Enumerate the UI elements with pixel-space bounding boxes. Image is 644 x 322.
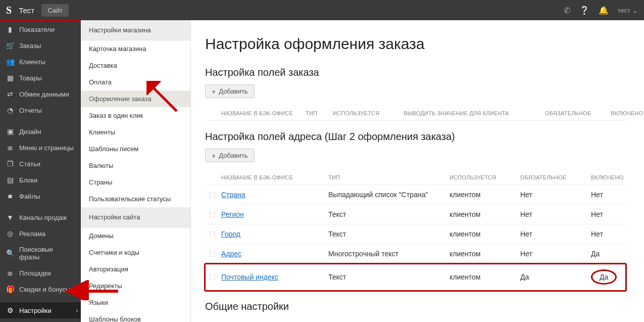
copy-icon: ❐ <box>6 160 14 168</box>
sidebar-item-приложения[interactable]: 🔌Приложения <box>0 318 81 322</box>
sidebar-item-label: Скидки и бонусы <box>19 286 70 293</box>
sidebar-item-каналы-продаж[interactable]: ▼Каналы продаж <box>0 209 81 225</box>
field-enabled: Да <box>591 250 626 258</box>
sidebar-item-площадки[interactable]: ≣Площадки <box>0 265 81 281</box>
page-title: Настройка оформления заказа <box>205 35 626 53</box>
sidebar-item-статьи[interactable]: ❐Статьи <box>0 156 81 172</box>
field-name-link[interactable]: Адрес <box>221 250 241 258</box>
sidebar-item-клиенты[interactable]: 👥Клиенты <box>0 54 81 70</box>
section-address-fields-title: Настройка полей адреса (Шаг 2 оформления… <box>205 131 626 143</box>
drag-handle-icon[interactable]: ⋮⋮ <box>205 273 217 281</box>
sidebar-item-label: Заказы <box>19 42 41 50</box>
field-required: Нет <box>520 230 591 238</box>
sidebar-item-label: Поисковые фразы <box>19 246 75 261</box>
phone-icon[interactable]: ✆ <box>564 6 570 15</box>
chevron-left-icon: ‹ <box>76 308 78 313</box>
site-button[interactable]: Сайт <box>41 4 69 17</box>
field-name-link[interactable]: Страна <box>221 191 245 199</box>
sidebar-item-настройки[interactable]: ⚙Настройки‹ <box>0 302 81 318</box>
chevron-down-icon: ⌄ <box>632 7 638 14</box>
subnav-item[interactable]: Языки <box>81 294 190 311</box>
sidebar-item-меню-и-страницы[interactable]: ≣Меню и страницы <box>0 140 81 156</box>
table-row: ⋮⋮ГородТекстклиентомНетНет <box>205 224 626 244</box>
subnav-item[interactable]: Карточка магазина <box>81 40 190 57</box>
order-fields-table-header: НАЗВАНИЕ В БЭК-ОФИСЕ ТИП ИСПОЛЬЗУЕТСЯ ВЫ… <box>205 106 626 121</box>
drag-handle-icon[interactable]: ⋮⋮ <box>205 231 217 238</box>
field-required: Нет <box>520 210 591 218</box>
boxes-icon: ▦ <box>6 74 14 82</box>
field-enabled: Нет <box>591 230 626 238</box>
subnav-item[interactable]: Заказ в один клик <box>81 107 190 124</box>
sidebar-item-блоки[interactable]: ▤Блоки <box>0 172 81 188</box>
subnav-item[interactable]: Оплата <box>81 74 190 90</box>
target-icon: ◎ <box>6 229 14 238</box>
sidebar-item-label: Реклама <box>19 230 45 238</box>
cart-icon: 🛒 <box>6 41 14 50</box>
sidebar-item-реклама[interactable]: ◎Реклама <box>0 225 81 242</box>
image-icon: ▣ <box>6 127 14 135</box>
field-type: Выпадающий список "Страна" <box>328 191 450 199</box>
sidebar-item-label: Настройки <box>19 307 52 314</box>
subnav-header: Настройки магазина <box>81 20 190 40</box>
bars-icon: ▮ <box>6 25 14 33</box>
list-icon: ≣ <box>6 144 14 152</box>
sidebar-item-отчеты[interactable]: ◔Отчеты <box>0 102 81 118</box>
sidebar-item-label: Меню и страницы <box>19 144 74 152</box>
plus-icon: + <box>212 88 216 95</box>
field-used: клиентом <box>450 273 520 281</box>
sidebar-item-скидки-и-бонусы[interactable]: 🎁Скидки и бонусы <box>0 281 81 297</box>
bell-icon[interactable]: 🔔 <box>599 6 609 15</box>
sidebar-item-обмен-данными[interactable]: ⇄Обмен данными <box>0 86 81 102</box>
field-name-link[interactable]: Регион <box>221 210 244 218</box>
subnav-item[interactable]: Страны <box>81 174 190 191</box>
drag-handle-icon[interactable]: ⋮⋮ <box>205 250 217 257</box>
user-menu[interactable]: тест⌄ <box>618 7 638 14</box>
help-icon[interactable]: ❔ <box>579 6 589 15</box>
section-general-title: Общие настройки <box>205 301 626 312</box>
subnav-item[interactable]: Шаблоны писем <box>81 141 190 157</box>
subnav-item[interactable]: Редиректы <box>81 278 190 294</box>
field-type: Многострочный текст <box>328 250 450 258</box>
subnav-header: Настройки сайта <box>81 207 190 227</box>
subnav-item[interactable]: Счетчики и коды <box>81 244 190 261</box>
subnav-item[interactable]: Пользовательские статусы <box>81 191 190 207</box>
section-order-fields-title: Настройка полей заказа <box>205 67 626 78</box>
sidebar-item-label: Клиенты <box>19 58 45 66</box>
gear-icon: ⚙ <box>6 306 14 314</box>
sidebar-item-заказы[interactable]: 🛒Заказы <box>0 37 81 54</box>
shop-name: Тест <box>19 6 34 15</box>
field-name-link[interactable]: Почтовый индекс <box>221 273 278 281</box>
sidebar-item-поисковые-фразы[interactable]: 🔍Поисковые фразы <box>0 242 81 265</box>
plus-icon: + <box>212 152 216 159</box>
field-name-link[interactable]: Город <box>221 230 240 238</box>
subnav-item[interactable]: Авторизация <box>81 261 190 278</box>
field-enabled: Нет <box>591 210 626 218</box>
subnav-item[interactable]: Домены <box>81 227 190 244</box>
sidebar-item-файлы[interactable]: ■Файлы <box>0 188 81 204</box>
field-required: Да <box>520 273 591 281</box>
subnav-item[interactable]: Валюты <box>81 157 190 174</box>
drag-handle-icon[interactable]: ⋮⋮ <box>205 211 217 218</box>
table-row: ⋮⋮РегионТекстклиентомНетНет <box>205 205 626 224</box>
gift-icon: 🎁 <box>6 285 14 293</box>
sidebar-item-дизайн[interactable]: ▣Дизайн <box>0 123 81 140</box>
drag-handle-icon[interactable]: ⋮⋮ <box>205 191 217 198</box>
sidebar-item-label: Статьи <box>19 160 40 168</box>
content: Настройка оформления заказа Настройка по… <box>191 20 644 322</box>
sidebar-item-label: Файлы <box>19 193 40 200</box>
subnav-item[interactable]: Доставка <box>81 57 190 74</box>
field-type: Текст <box>328 273 450 281</box>
grid-icon: ▤ <box>6 176 14 184</box>
field-used: клиентом <box>450 250 520 258</box>
pie-icon: ◔ <box>6 106 14 114</box>
field-enabled: Нет <box>591 191 626 199</box>
subnav-item[interactable]: Клиенты <box>81 124 190 141</box>
field-required: Нет <box>520 250 591 258</box>
subnav-item[interactable]: Шаблоны блоков <box>81 311 190 322</box>
sidebar-item-товары[interactable]: ▦Товары <box>0 70 81 86</box>
add-address-field-button[interactable]: +Добавить <box>205 149 255 162</box>
add-order-field-button[interactable]: +Добавить <box>205 84 255 98</box>
subnav-item[interactable]: Оформление заказа <box>81 90 190 107</box>
logo-icon: S <box>6 5 12 16</box>
sidebar-item-показатели[interactable]: ▮Показатели <box>0 21 81 37</box>
